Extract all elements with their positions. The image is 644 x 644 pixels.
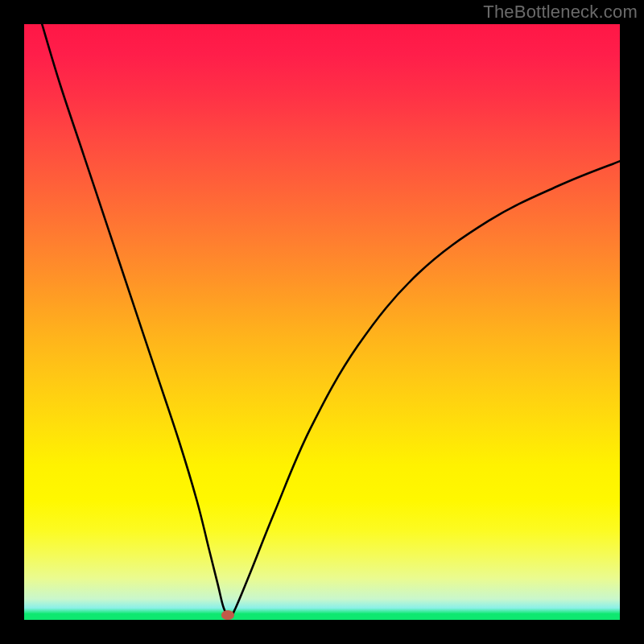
chart-container: TheBottleneck.com: [0, 0, 644, 644]
plot-area: [24, 24, 620, 620]
optimal-marker: [221, 610, 234, 620]
gradient-background: [24, 24, 620, 620]
watermark-text: TheBottleneck.com: [483, 2, 638, 23]
